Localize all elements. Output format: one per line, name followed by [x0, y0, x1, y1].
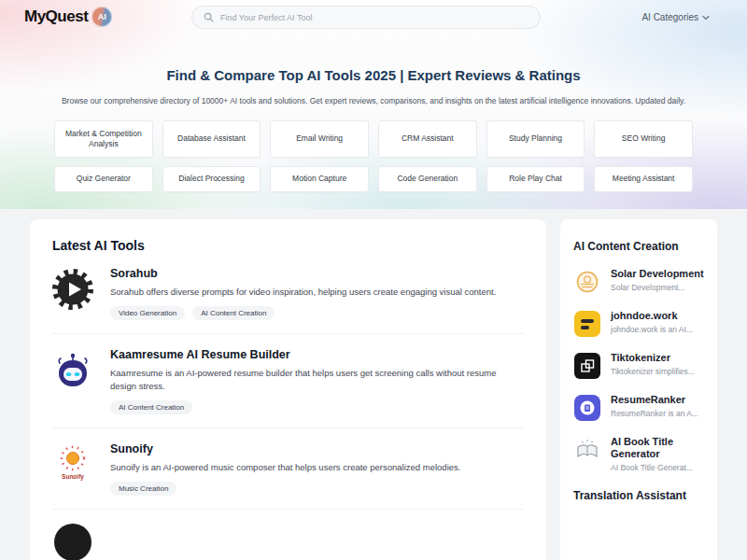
- tool-tags: Video Generation AI Content Creation: [110, 306, 496, 320]
- kaamresume-logo-icon: [52, 350, 93, 391]
- content-area: Latest AI Tools Sorahub Sorahub offers d…: [0, 219, 747, 560]
- sidebar-item-teaser: johndoe.work is an AI...: [611, 325, 693, 334]
- tool-description: Sorahub offers diverse prompts for video…: [110, 286, 496, 298]
- svg-text:Sunoify: Sunoify: [62, 473, 84, 481]
- logo-text: MyQuest: [24, 7, 88, 26]
- chevron-down-icon: [702, 12, 710, 22]
- search-bar[interactable]: [191, 6, 541, 29]
- search-icon: [204, 9, 214, 26]
- sidebar-next-section-title: Translation Assistant: [573, 489, 704, 502]
- sorahub-logo-icon: [52, 269, 93, 310]
- category-button-study-planning[interactable]: Study Planning: [486, 120, 585, 158]
- resumeranker-logo-icon: [573, 394, 601, 422]
- top-gradient-section: MyQuest AI AI Categories Find & Compare …: [0, 0, 747, 209]
- tag-video-generation[interactable]: Video Generation: [110, 306, 185, 320]
- hero: Find & Compare Top AI Tools 2025 | Exper…: [0, 67, 747, 192]
- tag-ai-content-creation[interactable]: AI Content Creation: [110, 400, 192, 414]
- sidebar-item-name: Solar Development: [611, 268, 704, 280]
- ai-book-title-generator-logo-icon: [573, 436, 601, 464]
- hero-subtitle: Browse our comprehensive directory of 10…: [37, 96, 710, 105]
- categories-dropdown-label: AI Categories: [641, 12, 698, 22]
- tool-item-sunoify[interactable]: Sunoify Sunoify Sunoify is an AI-powered…: [52, 428, 524, 510]
- sidebar-item-teaser: AI Book Title Generat...: [611, 463, 704, 472]
- tag-music-creation[interactable]: Music Creation: [110, 482, 176, 496]
- tool-item-sorahub[interactable]: Sorahub Sorahub offers diverse prompts f…: [52, 253, 524, 334]
- sidebar-item-tiktokenizer[interactable]: Tiktokenizer Tiktokenizer simplifies...: [573, 352, 704, 380]
- sidebar-section-title: AI Content Creation: [573, 240, 704, 253]
- partial-tool-logo-icon: [54, 524, 92, 560]
- category-button-meeting-assistant[interactable]: Meeting Assistant: [594, 166, 693, 192]
- category-button-quiz-generator[interactable]: Quiz Generator: [54, 166, 153, 192]
- tool-name: Sorahub: [110, 267, 496, 280]
- sidebar-item-name: johndoe.work: [611, 310, 693, 322]
- solar-development-logo-icon: [573, 268, 601, 296]
- category-button-seo-writing[interactable]: SEO Writing: [594, 120, 693, 158]
- logo-ai-badge: AI: [92, 7, 112, 27]
- tool-tags: Music Creation: [110, 482, 460, 496]
- sidebar-item-teaser: Tiktokenizer simplifies...: [611, 367, 695, 376]
- category-button-market-competition[interactable]: Market & Competition Analysis: [54, 120, 153, 158]
- tool-item-partial[interactable]: [52, 510, 524, 560]
- sidebar: AI Content Creation Solar Development So…: [560, 219, 717, 560]
- sunoify-logo-icon: Sunoify: [52, 444, 93, 485]
- category-button-motion-capture[interactable]: Motion Capture: [270, 166, 369, 192]
- category-button-email-writing[interactable]: Email Writing: [270, 120, 369, 158]
- sidebar-item-name: AI Book Title Generator: [611, 436, 704, 460]
- tool-name: Kaamresume AI Resume Builder: [110, 348, 512, 361]
- tool-description: Kaamresume is an AI-powered resume build…: [110, 367, 512, 392]
- tool-description: Sunoify is an AI-powered music composer …: [110, 461, 460, 473]
- category-button-crm-assistant[interactable]: CRM Assistant: [378, 120, 477, 158]
- latest-tools-heading: Latest AI Tools: [52, 238, 524, 253]
- category-button-code-generation[interactable]: Code Generation: [378, 166, 477, 192]
- category-button-database-assistant[interactable]: Database Assistant: [162, 120, 261, 158]
- category-button-dialect-processing[interactable]: Dialect Processing: [162, 166, 261, 192]
- tag-ai-content-creation[interactable]: AI Content Creation: [192, 306, 275, 320]
- sidebar-item-teaser: ResumeRanker is an A...: [611, 409, 698, 418]
- sidebar-item-johndoe-work[interactable]: johndoe.work johndoe.work is an AI...: [573, 310, 704, 338]
- sidebar-item-name: Tiktokenizer: [611, 352, 695, 364]
- sidebar-list: Solar Development Solar Development... j…: [573, 268, 704, 472]
- tool-item-kaamresume[interactable]: Kaamresume AI Resume Builder Kaamresume …: [52, 334, 524, 428]
- logo[interactable]: MyQuest AI: [24, 7, 112, 27]
- tiktokenizer-logo-icon: [573, 352, 601, 380]
- category-button-role-play-chat[interactable]: Role Play Chat: [486, 166, 585, 192]
- sidebar-item-teaser: Solar Development...: [611, 283, 704, 292]
- categories-dropdown[interactable]: AI Categories: [641, 12, 723, 22]
- latest-tools-card: Latest AI Tools Sorahub Sorahub offers d…: [30, 219, 546, 560]
- johndoe-work-logo-icon: [573, 310, 601, 338]
- sidebar-item-resumeranker[interactable]: ResumeRanker ResumeRanker is an A...: [573, 394, 704, 422]
- page-title: Find & Compare Top AI Tools 2025 | Exper…: [0, 67, 747, 83]
- category-grid: Market & Competition Analysis Database A…: [54, 120, 693, 192]
- search-input[interactable]: [220, 13, 529, 22]
- tool-name: Sunoify: [110, 442, 460, 455]
- tool-tags: AI Content Creation: [110, 400, 512, 414]
- header: MyQuest AI AI Categories: [0, 0, 747, 34]
- sidebar-item-solar-development[interactable]: Solar Development Solar Development...: [573, 268, 704, 296]
- sidebar-item-name: ResumeRanker: [611, 394, 698, 406]
- sidebar-item-ai-book-title-generator[interactable]: AI Book Title Generator AI Book Title Ge…: [573, 436, 704, 472]
